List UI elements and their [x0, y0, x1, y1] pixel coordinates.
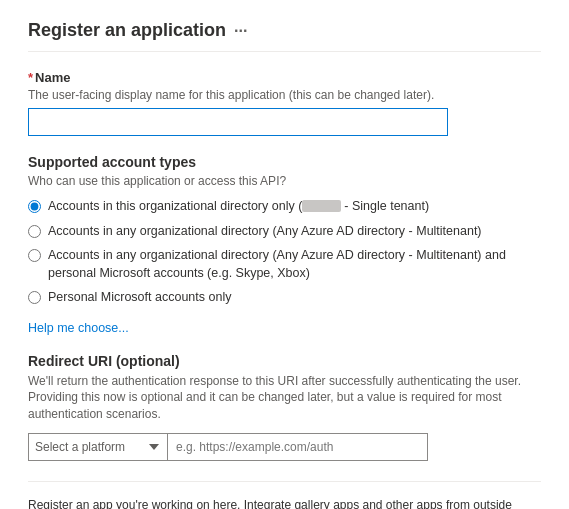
- platform-select[interactable]: Select a platform Web Single-page applic…: [28, 433, 168, 461]
- tenant-name: [302, 200, 341, 212]
- redirect-uri-section: Redirect URI (optional) We'll return the…: [28, 353, 541, 461]
- account-types-title: Supported account types: [28, 154, 541, 170]
- footer-description: Register an app you're working on here. …: [28, 496, 538, 509]
- redirect-uri-inputs: Select a platform Web Single-page applic…: [28, 433, 541, 461]
- account-type-radio-1[interactable]: [28, 200, 41, 213]
- account-type-label-3: Accounts in any organizational directory…: [48, 247, 541, 282]
- account-type-option-1[interactable]: Accounts in this organizational director…: [28, 198, 541, 216]
- name-label: *Name: [28, 70, 541, 85]
- account-type-radio-3[interactable]: [28, 249, 41, 262]
- page-title: Register an application: [28, 20, 226, 41]
- required-indicator: *: [28, 70, 33, 85]
- account-type-radio-2[interactable]: [28, 225, 41, 238]
- footer-text-prefix: Register an app you're working on here. …: [28, 498, 512, 509]
- more-options-icon[interactable]: ···: [234, 22, 247, 40]
- account-types-radio-group: Accounts in this organizational director…: [28, 198, 541, 307]
- redirect-uri-title: Redirect URI (optional): [28, 353, 541, 369]
- account-type-label-2: Accounts in any organizational directory…: [48, 223, 482, 241]
- account-types-subtitle: Who can use this application or access t…: [28, 174, 541, 188]
- help-me-choose-link[interactable]: Help me choose...: [28, 321, 129, 335]
- account-type-option-2[interactable]: Accounts in any organizational directory…: [28, 223, 541, 241]
- name-input[interactable]: [28, 108, 448, 136]
- page-header: Register an application ···: [28, 20, 541, 52]
- footer-divider: [28, 481, 541, 482]
- account-type-label-4: Personal Microsoft accounts only: [48, 289, 231, 307]
- account-type-label-1: Accounts in this organizational director…: [48, 198, 429, 216]
- name-description: The user-facing display name for this ap…: [28, 88, 541, 102]
- name-section: *Name The user-facing display name for t…: [28, 70, 541, 136]
- account-type-option-3[interactable]: Accounts in any organizational directory…: [28, 247, 541, 282]
- redirect-uri-description: We'll return the authentication response…: [28, 373, 538, 423]
- account-types-section: Supported account types Who can use this…: [28, 154, 541, 335]
- account-type-radio-4[interactable]: [28, 291, 41, 304]
- account-type-option-4[interactable]: Personal Microsoft accounts only: [28, 289, 541, 307]
- redirect-uri-input[interactable]: [168, 433, 428, 461]
